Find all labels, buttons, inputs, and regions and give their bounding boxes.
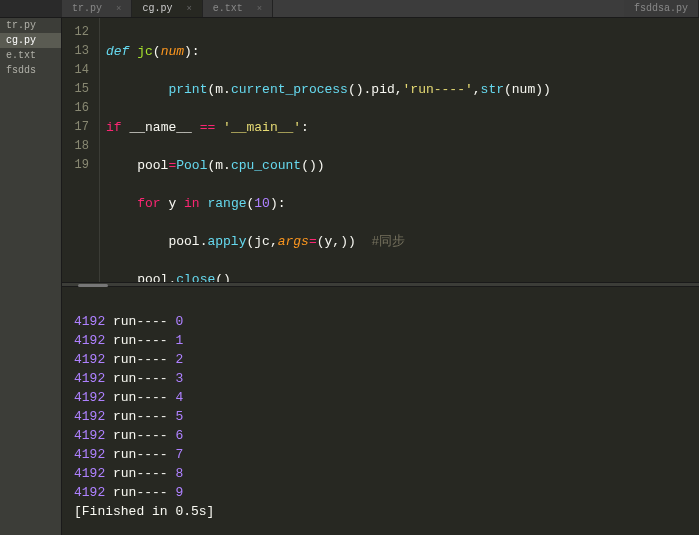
line-number: 13 xyxy=(62,42,89,61)
output-line: 4192 run---- 5 xyxy=(74,409,183,424)
sidebar-item-etxt[interactable]: e.txt xyxy=(0,48,61,63)
output-line: 4192 run---- 3 xyxy=(74,371,183,386)
close-icon[interactable]: × xyxy=(257,4,262,14)
drag-handle-icon[interactable] xyxy=(78,284,108,287)
line-number: 16 xyxy=(62,99,89,118)
tab-fsddsa[interactable]: fsddsa.py xyxy=(624,0,699,17)
output-line: 4192 run---- 8 xyxy=(74,466,183,481)
output-panel[interactable]: 4192 run---- 0 4192 run---- 1 4192 run--… xyxy=(62,287,699,535)
output-line: 4192 run---- 2 xyxy=(74,352,183,367)
output-line: 4192 run---- 0 xyxy=(74,314,183,329)
code-area[interactable]: def jc(num): print(m.current_process().p… xyxy=(100,18,699,282)
line-number: 14 xyxy=(62,61,89,80)
tab-cg[interactable]: cg.py× xyxy=(132,0,202,17)
sidebar-item-fsdds[interactable]: fsdds xyxy=(0,63,61,78)
line-number: 19 xyxy=(62,156,89,175)
close-icon[interactable]: × xyxy=(116,4,121,14)
output-line: 4192 run---- 4 xyxy=(74,390,183,405)
sidebar-item-tr[interactable]: tr.py xyxy=(0,18,61,33)
output-line: 4192 run---- 1 xyxy=(74,333,183,348)
tab-etxt[interactable]: e.txt× xyxy=(203,0,273,17)
close-icon[interactable]: × xyxy=(186,4,191,14)
line-number-gutter: 12 13 14 15 16 17 18 19 xyxy=(62,18,100,282)
panel-divider[interactable] xyxy=(62,282,699,287)
line-number: 15 xyxy=(62,80,89,99)
code-editor[interactable]: 12 13 14 15 16 17 18 19 def jc(num): pri… xyxy=(62,18,699,282)
line-number: 18 xyxy=(62,137,89,156)
output-finished: [Finished in 0.5s] xyxy=(74,504,214,519)
sidebar-item-cg[interactable]: cg.py xyxy=(0,33,61,48)
line-number: 12 xyxy=(62,23,89,42)
output-line: 4192 run---- 7 xyxy=(74,447,183,462)
output-line: 4192 run---- 9 xyxy=(74,485,183,500)
line-number: 17 xyxy=(62,118,89,137)
tab-bar: tr.py× cg.py× e.txt× fsddsa.py xyxy=(0,0,699,18)
sidebar: tr.py cg.py e.txt fsdds xyxy=(0,18,62,535)
output-line: 4192 run---- 6 xyxy=(74,428,183,443)
tab-tr[interactable]: tr.py× xyxy=(62,0,132,17)
